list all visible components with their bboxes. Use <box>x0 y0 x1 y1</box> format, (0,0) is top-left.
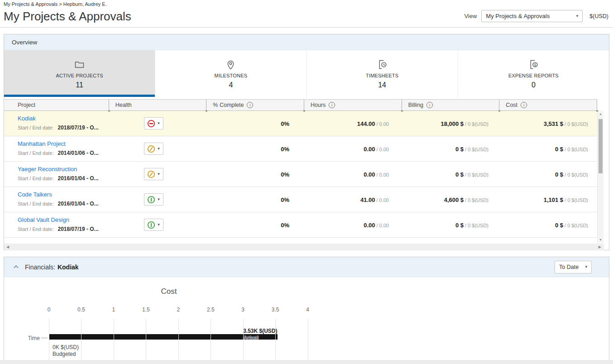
hours-cell: 41.00/ 0.00 <box>298 187 398 212</box>
info-icon[interactable]: i <box>426 102 433 108</box>
column-header-cost[interactable]: Cost i <box>499 100 597 110</box>
table-row[interactable]: Global Vault Design Start / End date:201… <box>4 212 597 238</box>
complete-cell: 0% <box>199 111 298 136</box>
tab-active-projects[interactable]: ACTIVE PROJECTS 11 <box>4 50 155 97</box>
column-header-billing[interactable]: Billing i <box>402 100 500 110</box>
info-icon[interactable]: i <box>247 102 253 108</box>
financials-panel: Financials:Kodiak To Date ▾ Cost Time 3.… <box>4 257 609 364</box>
project-cell: Code Talkers Start / End date:2016/01/04… <box>4 187 108 212</box>
table-row[interactable]: Yaeger Reconstruction Start / End date:2… <box>4 162 597 187</box>
hours-value: 144.00 <box>357 120 375 127</box>
chart-gridline <box>211 319 211 364</box>
health-warning-icon <box>147 145 155 153</box>
percent-complete-value: 0% <box>281 222 289 229</box>
billing-cell: 18,000 $/ 0 $(USD) <box>398 111 498 136</box>
billing-cell: 0 $/ 0 $(USD) <box>398 162 498 187</box>
date-label: Start / End date: <box>18 201 54 206</box>
vertical-scrollbar-thumb[interactable] <box>599 119 603 173</box>
tab-label: ACTIVE PROJECTS <box>56 73 103 78</box>
chart-category-tick <box>41 338 48 338</box>
health-status-dropdown[interactable]: ▾ <box>144 143 163 155</box>
overview-tabs: ACTIVE PROJECTS 11 MILESTONES 4 TIMES <box>4 50 609 97</box>
project-link[interactable]: Manhattan Project <box>18 140 108 147</box>
chart-budget-label-group: 0K $(USD) Budgeted <box>53 344 79 358</box>
health-cell: ▾ <box>108 212 199 237</box>
chevron-down-icon: ▾ <box>158 172 160 176</box>
health-ontrack-icon <box>147 221 155 229</box>
column-header-complete[interactable]: % Complete i <box>206 100 304 110</box>
table-row[interactable]: Kodiak Start / End date:2018/07/19 - O..… <box>4 111 597 136</box>
table-row[interactable]: Manhattan Project Start / End date:2014/… <box>4 136 597 162</box>
project-cell: Yaeger Reconstruction Start / End date:2… <box>4 162 108 187</box>
column-header-project[interactable]: Project <box>4 100 109 110</box>
chart-axis-tick-label: 0.5 <box>77 307 85 313</box>
percent-complete-value: 0% <box>281 146 289 153</box>
health-status-dropdown[interactable]: ▾ <box>144 219 163 231</box>
overview-titlebar: Overview <box>4 34 609 50</box>
billing-cell: 4,600 $/ 0 $(USD) <box>398 187 498 212</box>
percent-complete-value: 0% <box>281 171 289 178</box>
billing-cell: 0 $/ 0 $(USD) <box>398 136 498 161</box>
info-icon[interactable]: i <box>521 102 527 108</box>
overview-panel: Overview ACTIVE PROJECTS 11 MILESTONES 4 <box>4 34 609 250</box>
health-status-dropdown[interactable]: ▾ <box>144 193 163 206</box>
hours-budget: / 0.00 <box>376 197 389 203</box>
info-icon[interactable]: i <box>329 102 335 108</box>
project-link[interactable]: Kodiak <box>18 115 108 122</box>
date-value: 2016/01/04 - O... <box>58 175 99 182</box>
page-horizontal-scrollbar[interactable] <box>0 360 613 364</box>
percent-complete-value: 0% <box>281 196 289 203</box>
tab-milestones[interactable]: MILESTONES 4 <box>155 50 306 97</box>
chevron-down-icon: ▾ <box>158 197 160 201</box>
hours-budget: / 0.00 <box>376 172 389 177</box>
billing-value: 0 $ <box>455 222 464 229</box>
project-link[interactable]: Yaeger Reconstruction <box>18 166 108 172</box>
tab-label: EXPENSE REPORTS <box>508 73 559 78</box>
chart-gridline <box>275 319 276 364</box>
project-cell: Manhattan Project Start / End date:2014/… <box>4 136 108 161</box>
chart-axis-tick-label: 2 <box>177 307 180 313</box>
milestone-pin-icon <box>225 58 237 72</box>
cost-cell: 0 $/ 0 $(USD) <box>498 162 597 187</box>
chart-axis-tick-label: 1 <box>112 307 115 313</box>
tab-count: 4 <box>229 81 233 89</box>
column-header-hours[interactable]: Hours i <box>304 100 402 110</box>
billing-value: 18,000 $ <box>441 120 464 127</box>
tab-timesheets[interactable]: TIMESHEETS 14 <box>307 50 458 97</box>
hours-cell: 0.00/ 0.00 <box>298 162 398 187</box>
scroll-down-icon[interactable]: ▼ <box>598 238 603 241</box>
breadcrumb[interactable]: My Projects & Approvals > Hepburn, Audre… <box>4 1 107 7</box>
date-label: Start / End date: <box>18 176 54 181</box>
vertical-scrollbar[interactable]: ▲ ▼ <box>597 111 603 243</box>
cost-cell: 0 $/ 0 $(USD) <box>498 212 597 237</box>
project-link[interactable]: Global Vault Design <box>18 216 108 223</box>
tab-label: TIMESHEETS <box>366 73 398 78</box>
view-dropdown[interactable]: My Projects & Approvals ▾ <box>481 10 583 22</box>
folder-icon <box>73 58 86 72</box>
tab-label: MILESTONES <box>215 73 248 78</box>
billing-budget: / 0 $(USD) <box>465 147 488 152</box>
timesheet-clock-icon <box>376 58 388 72</box>
chevron-down-icon: ▾ <box>585 265 587 269</box>
chart-budget-value: 0K $(USD) <box>53 344 79 351</box>
chevron-down-icon: ▾ <box>158 223 160 227</box>
financials-label: Financials: <box>25 263 55 271</box>
tab-expense-reports[interactable]: $ EXPENSE REPORTS 0 <box>458 50 609 97</box>
tab-count: 14 <box>378 81 386 89</box>
project-link[interactable]: Code Talkers <box>18 191 108 198</box>
cost-value: 3,531 $ <box>544 120 563 127</box>
period-dropdown[interactable]: To Date ▾ <box>555 261 592 273</box>
complete-cell: 0% <box>199 212 298 237</box>
scroll-right-icon[interactable]: ▶ <box>599 244 601 250</box>
hours-cell: 0.00/ 0.00 <box>298 136 398 161</box>
scroll-left-icon[interactable]: ◀ <box>6 244 9 250</box>
date-value: 2018/07/19 - O... <box>58 226 99 232</box>
column-label: Project <box>18 102 35 108</box>
health-status-dropdown[interactable]: ▾ <box>144 117 163 129</box>
column-header-health[interactable]: Health <box>109 100 207 110</box>
table-row[interactable]: Code Talkers Start / End date:2016/01/04… <box>4 187 597 212</box>
chevron-up-icon[interactable] <box>11 263 20 272</box>
view-dropdown-value: My Projects & Approvals <box>486 13 550 19</box>
health-status-dropdown[interactable]: ▾ <box>144 168 163 180</box>
horizontal-scrollbar[interactable]: ◀ ▶ <box>4 244 604 250</box>
